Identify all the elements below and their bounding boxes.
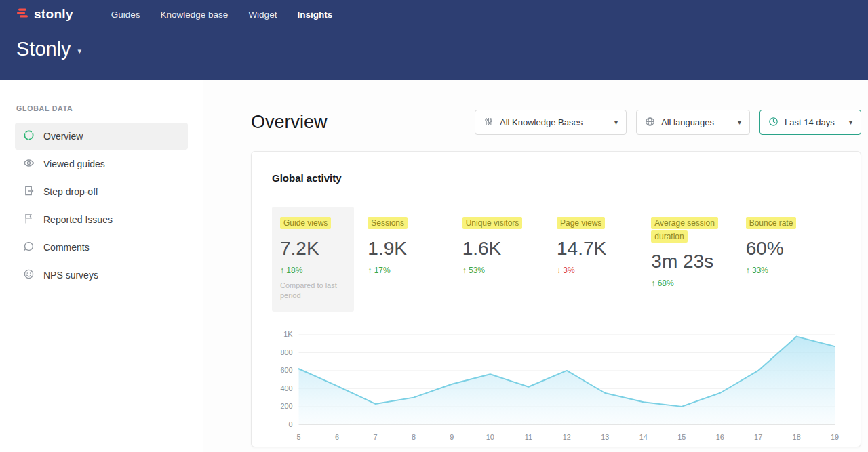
sidebar-item-nps-surveys[interactable]: NPS surveys xyxy=(15,262,188,289)
down-arrow-icon: ↓ xyxy=(557,266,561,275)
nav-item-insights[interactable]: Insights xyxy=(297,9,332,20)
global-activity-card: Global activity Guide views 7.2K ↑ 18% C… xyxy=(251,151,861,447)
stonly-logo[interactable]: stonly xyxy=(16,7,73,22)
svg-text:800: 800 xyxy=(281,348,293,356)
svg-text:10: 10 xyxy=(486,433,494,441)
nav-item-knowledge-base[interactable]: Knowledge base xyxy=(161,9,229,20)
knowledge-base-filter-dropdown[interactable]: All Knowledge Bases ▾ xyxy=(475,110,627,135)
date-range-dropdown[interactable]: Last 14 days ▾ xyxy=(760,110,861,135)
sidebar-item-comments[interactable]: Comments xyxy=(15,234,188,261)
svg-text:6: 6 xyxy=(335,433,339,441)
filter-bar: All Knowledge Bases ▾ All languages ▾ La… xyxy=(475,110,861,135)
svg-text:5: 5 xyxy=(297,433,301,441)
svg-text:9: 9 xyxy=(450,433,454,441)
sidebar-item-label: Overview xyxy=(43,131,83,142)
svg-text:19: 19 xyxy=(831,433,839,441)
chevron-down-icon: ▾ xyxy=(608,119,618,126)
chevron-down-icon: ▾ xyxy=(731,119,741,126)
svg-text:8: 8 xyxy=(412,433,416,441)
metric-delta: ↑ 68% xyxy=(651,279,745,288)
metric-label: Bounce rate xyxy=(746,217,797,229)
metric-value: 14.7K xyxy=(557,238,651,260)
sidebar-item-label: NPS surveys xyxy=(43,270,98,281)
svg-text:200: 200 xyxy=(281,403,293,411)
metric-label: Guide views xyxy=(280,217,331,229)
workspace-selector[interactable]: Stonly ▾ xyxy=(0,28,868,60)
sidebar-item-step-drop-off[interactable]: Step drop-off xyxy=(15,178,188,205)
sidebar-item-label: Reported Issues xyxy=(43,214,113,225)
sidebar-section-label: GLOBAL DATA xyxy=(0,96,203,122)
svg-text:14: 14 xyxy=(639,433,648,441)
language-filter-dropdown[interactable]: All languages ▾ xyxy=(636,110,750,135)
activity-circle-icon xyxy=(23,129,35,143)
up-arrow-icon: ↑ xyxy=(746,266,750,275)
svg-text:0: 0 xyxy=(289,420,293,428)
svg-text:16: 16 xyxy=(716,433,724,441)
smiley-icon xyxy=(23,268,35,282)
sidebar-item-overview[interactable]: Overview xyxy=(15,123,188,150)
metric-sessions[interactable]: Sessions 1.9K ↑ 17% xyxy=(368,207,462,275)
metric-avg-session-duration[interactable]: Average session duration 3m 23s ↑ 68% xyxy=(651,207,745,288)
app-header: stonly Guides Knowledge base Widget Insi… xyxy=(0,0,868,80)
up-arrow-icon: ↑ xyxy=(280,266,284,275)
sidebar-item-label: Viewed guides xyxy=(43,159,105,169)
nav-item-guides[interactable]: Guides xyxy=(111,9,140,20)
area-chart-svg: 02004006008001K5678910111213141516171819 xyxy=(272,331,842,445)
metric-bounce-rate[interactable]: Bounce rate 60% ↑ 33% xyxy=(746,207,840,275)
sidebar: GLOBAL DATA Overview Viewed guides Step … xyxy=(0,80,203,452)
document-exit-icon xyxy=(23,185,35,199)
metric-value: 7.2K xyxy=(280,238,346,260)
svg-text:17: 17 xyxy=(754,433,762,441)
filter-label: Last 14 days xyxy=(785,117,835,127)
metric-value: 60% xyxy=(746,238,840,260)
workspace-title: Stonly xyxy=(16,38,71,60)
stonly-logo-icon xyxy=(16,7,28,22)
svg-text:600: 600 xyxy=(281,367,293,375)
clock-icon xyxy=(768,117,778,129)
metric-unique-visitors[interactable]: Unique visitors 1.6K ↑ 53% xyxy=(462,207,557,275)
metric-delta: ↑ 18% xyxy=(280,266,346,275)
metric-value: 1.6K xyxy=(462,238,557,260)
svg-text:12: 12 xyxy=(563,433,571,441)
page-title: Overview xyxy=(251,112,328,133)
metric-label: Average session duration xyxy=(651,217,718,243)
sidebar-item-label: Comments xyxy=(43,242,90,253)
sidebar-item-reported-issues[interactable]: Reported Issues xyxy=(15,206,188,233)
up-arrow-icon: ↑ xyxy=(651,279,655,288)
metric-delta: ↓ 3% xyxy=(557,266,651,275)
filter-label: All languages xyxy=(661,117,714,127)
chevron-down-icon: ▾ xyxy=(842,119,852,126)
up-arrow-icon: ↑ xyxy=(368,266,372,275)
globe-icon xyxy=(645,117,655,129)
main-content: Overview All Knowledge Bases ▾ All langu… xyxy=(203,80,868,452)
logo-text: stonly xyxy=(34,7,73,22)
svg-text:11: 11 xyxy=(525,433,532,441)
comment-bubble-icon xyxy=(23,241,35,254)
svg-text:7: 7 xyxy=(373,433,377,441)
metric-label: Page views xyxy=(557,217,605,229)
svg-text:15: 15 xyxy=(677,433,686,441)
chevron-down-icon: ▾ xyxy=(78,47,82,56)
nav-item-widget[interactable]: Widget xyxy=(248,9,277,20)
svg-text:400: 400 xyxy=(281,384,293,392)
card-title: Global activity xyxy=(272,172,840,184)
metric-delta: ↑ 17% xyxy=(368,266,462,275)
sidebar-item-viewed-guides[interactable]: Viewed guides xyxy=(15,150,188,178)
metric-delta: ↑ 53% xyxy=(462,266,557,275)
metric-page-views[interactable]: Page views 14.7K ↓ 3% xyxy=(557,207,651,275)
sidebar-item-label: Step drop-off xyxy=(43,186,98,197)
filter-label: All Knowledge Bases xyxy=(500,117,583,127)
svg-text:18: 18 xyxy=(793,433,801,441)
metric-value: 3m 23s xyxy=(651,251,745,272)
metric-guide-views[interactable]: Guide views 7.2K ↑ 18% Compared to last … xyxy=(272,207,354,312)
flag-icon xyxy=(23,213,35,226)
top-navigation: stonly Guides Knowledge base Widget Insi… xyxy=(0,0,868,28)
metrics-row: Guide views 7.2K ↑ 18% Compared to last … xyxy=(272,207,840,312)
sliders-icon xyxy=(484,117,494,129)
metric-label: Unique visitors xyxy=(462,217,523,229)
up-arrow-icon: ↑ xyxy=(462,266,467,275)
metric-note: Compared to last period xyxy=(280,281,342,302)
metric-delta: ↑ 33% xyxy=(746,266,840,275)
svg-text:1K: 1K xyxy=(283,331,293,338)
metric-label: Sessions xyxy=(368,217,408,229)
